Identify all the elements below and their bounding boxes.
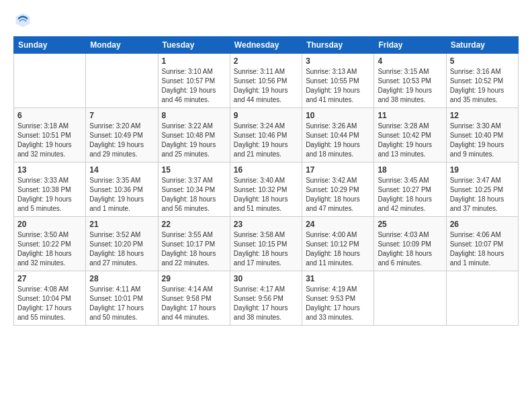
day-info: Sunrise: 3:22 AMSunset: 10:48 PMDaylight… (162, 122, 226, 159)
weekday-header-cell: Tuesday (158, 37, 230, 54)
day-number: 3 (306, 56, 370, 66)
calendar-table: SundayMondayTuesdayWednesdayThursdayFrid… (13, 36, 519, 326)
day-number: 8 (162, 111, 226, 120)
calendar-day-cell: 8Sunrise: 3:22 AMSunset: 10:48 PMDayligh… (158, 108, 230, 163)
calendar-day-cell: 25Sunrise: 4:03 AMSunset: 10:09 PMDaylig… (374, 217, 446, 271)
calendar-day-cell: 18Sunrise: 3:45 AMSunset: 10:27 PMDaylig… (374, 163, 446, 217)
day-number: 30 (234, 274, 298, 283)
day-info: Sunrise: 3:37 AMSunset: 10:34 PMDaylight… (162, 176, 226, 214)
calendar-day-cell: 27Sunrise: 4:08 AMSunset: 10:04 PMDaylig… (14, 271, 86, 326)
day-number: 15 (162, 165, 226, 175)
day-info: Sunrise: 3:47 AMSunset: 10:25 PMDaylight… (450, 176, 515, 214)
day-number: 22 (162, 220, 226, 229)
weekday-header-cell: Sunday (14, 37, 86, 54)
day-info: Sunrise: 3:15 AMSunset: 10:53 PMDaylight… (378, 67, 442, 105)
calendar-day-cell (446, 271, 518, 326)
calendar-day-cell: 12Sunrise: 3:30 AMSunset: 10:40 PMDaylig… (446, 108, 518, 163)
day-info: Sunrise: 3:58 AMSunset: 10:15 PMDaylight… (234, 230, 298, 268)
day-number: 1 (162, 56, 226, 66)
day-number: 10 (306, 111, 370, 120)
day-info: Sunrise: 3:18 AMSunset: 10:51 PMDaylight… (17, 122, 82, 159)
calendar-day-cell: 10Sunrise: 3:26 AMSunset: 10:44 PMDaylig… (302, 108, 374, 163)
calendar-day-cell: 9Sunrise: 3:24 AMSunset: 10:46 PMDayligh… (230, 108, 302, 163)
calendar-day-cell: 1Sunrise: 3:10 AMSunset: 10:57 PMDayligh… (158, 54, 230, 108)
day-info: Sunrise: 3:13 AMSunset: 10:55 PMDaylight… (306, 67, 370, 105)
day-number: 14 (89, 165, 154, 175)
day-info: Sunrise: 4:00 AMSunset: 10:12 PMDaylight… (306, 230, 370, 268)
weekday-header-cell: Thursday (302, 37, 374, 54)
calendar-week-row: 1Sunrise: 3:10 AMSunset: 10:57 PMDayligh… (14, 54, 519, 108)
calendar-week-row: 27Sunrise: 4:08 AMSunset: 10:04 PMDaylig… (14, 271, 519, 326)
day-info: Sunrise: 3:30 AMSunset: 10:40 PMDaylight… (450, 122, 515, 159)
page: SundayMondayTuesdayWednesdayThursdayFrid… (0, 0, 532, 411)
calendar-week-row: 6Sunrise: 3:18 AMSunset: 10:51 PMDayligh… (14, 108, 519, 163)
day-info: Sunrise: 3:28 AMSunset: 10:42 PMDaylight… (378, 122, 442, 159)
calendar-week-row: 20Sunrise: 3:50 AMSunset: 10:22 PMDaylig… (14, 217, 519, 271)
day-info: Sunrise: 4:06 AMSunset: 10:07 PMDaylight… (450, 230, 515, 268)
day-number: 4 (378, 56, 442, 66)
weekday-header-cell: Wednesday (230, 37, 302, 54)
day-number: 13 (17, 165, 82, 175)
day-number: 19 (450, 165, 515, 175)
day-number: 6 (17, 111, 82, 120)
day-number: 18 (378, 165, 442, 175)
day-info: Sunrise: 3:42 AMSunset: 10:29 PMDaylight… (306, 176, 370, 214)
calendar-day-cell: 21Sunrise: 3:52 AMSunset: 10:20 PMDaylig… (86, 217, 158, 271)
day-info: Sunrise: 3:24 AMSunset: 10:46 PMDaylight… (234, 122, 298, 159)
day-info: Sunrise: 3:33 AMSunset: 10:38 PMDaylight… (17, 176, 82, 214)
calendar-day-cell: 17Sunrise: 3:42 AMSunset: 10:29 PMDaylig… (302, 163, 374, 217)
calendar-day-cell: 29Sunrise: 4:14 AMSunset: 9:58 PMDayligh… (158, 271, 230, 326)
calendar-day-cell: 5Sunrise: 3:16 AMSunset: 10:52 PMDayligh… (446, 54, 518, 108)
calendar-day-cell: 30Sunrise: 4:17 AMSunset: 9:56 PMDayligh… (230, 271, 302, 326)
day-info: Sunrise: 3:55 AMSunset: 10:17 PMDaylight… (162, 230, 226, 268)
calendar-day-cell: 3Sunrise: 3:13 AMSunset: 10:55 PMDayligh… (302, 54, 374, 108)
calendar-day-cell: 22Sunrise: 3:55 AMSunset: 10:17 PMDaylig… (158, 217, 230, 271)
calendar-day-cell: 14Sunrise: 3:35 AMSunset: 10:36 PMDaylig… (86, 163, 158, 217)
weekday-header-cell: Monday (86, 37, 158, 54)
day-number: 9 (234, 111, 298, 120)
calendar-day-cell: 24Sunrise: 4:00 AMSunset: 10:12 PMDaylig… (302, 217, 374, 271)
calendar-day-cell (14, 54, 86, 108)
calendar-day-cell: 26Sunrise: 4:06 AMSunset: 10:07 PMDaylig… (446, 217, 518, 271)
day-info: Sunrise: 4:17 AMSunset: 9:56 PMDaylight:… (234, 285, 298, 322)
calendar-day-cell: 19Sunrise: 3:47 AMSunset: 10:25 PMDaylig… (446, 163, 518, 217)
day-number: 7 (89, 111, 154, 120)
weekday-header-row: SundayMondayTuesdayWednesdayThursdayFrid… (14, 37, 519, 54)
day-info: Sunrise: 4:08 AMSunset: 10:04 PMDaylight… (17, 285, 82, 322)
day-number: 27 (17, 274, 82, 283)
day-number: 11 (378, 111, 442, 120)
logo-icon (13, 11, 32, 30)
day-info: Sunrise: 3:40 AMSunset: 10:32 PMDaylight… (234, 176, 298, 214)
day-number: 29 (162, 274, 226, 283)
day-info: Sunrise: 4:03 AMSunset: 10:09 PMDaylight… (378, 230, 442, 268)
day-info: Sunrise: 3:20 AMSunset: 10:49 PMDaylight… (89, 122, 154, 159)
day-number: 25 (378, 220, 442, 229)
calendar-day-cell: 6Sunrise: 3:18 AMSunset: 10:51 PMDayligh… (14, 108, 86, 163)
day-info: Sunrise: 3:35 AMSunset: 10:36 PMDaylight… (89, 176, 154, 214)
day-info: Sunrise: 3:50 AMSunset: 10:22 PMDaylight… (17, 230, 82, 268)
day-number: 5 (450, 56, 515, 66)
day-number: 21 (89, 220, 154, 229)
day-info: Sunrise: 4:14 AMSunset: 9:58 PMDaylight:… (162, 285, 226, 322)
calendar-day-cell: 7Sunrise: 3:20 AMSunset: 10:49 PMDayligh… (86, 108, 158, 163)
calendar-day-cell: 20Sunrise: 3:50 AMSunset: 10:22 PMDaylig… (14, 217, 86, 271)
day-number: 20 (17, 220, 82, 229)
calendar-day-cell: 11Sunrise: 3:28 AMSunset: 10:42 PMDaylig… (374, 108, 446, 163)
calendar-day-cell: 15Sunrise: 3:37 AMSunset: 10:34 PMDaylig… (158, 163, 230, 217)
calendar-day-cell: 28Sunrise: 4:11 AMSunset: 10:01 PMDaylig… (86, 271, 158, 326)
weekday-header-cell: Friday (374, 37, 446, 54)
day-info: Sunrise: 3:10 AMSunset: 10:57 PMDaylight… (162, 67, 226, 105)
day-info: Sunrise: 3:26 AMSunset: 10:44 PMDaylight… (306, 122, 370, 159)
day-info: Sunrise: 4:11 AMSunset: 10:01 PMDaylight… (89, 285, 154, 322)
day-number: 28 (89, 274, 154, 283)
calendar-day-cell: 16Sunrise: 3:40 AMSunset: 10:32 PMDaylig… (230, 163, 302, 217)
calendar-day-cell: 2Sunrise: 3:11 AMSunset: 10:56 PMDayligh… (230, 54, 302, 108)
weekday-header-cell: Saturday (446, 37, 518, 54)
day-info: Sunrise: 3:11 AMSunset: 10:56 PMDaylight… (234, 67, 298, 105)
day-number: 2 (234, 56, 298, 66)
day-number: 23 (234, 220, 298, 229)
day-info: Sunrise: 3:52 AMSunset: 10:20 PMDaylight… (89, 230, 154, 268)
day-info: Sunrise: 3:16 AMSunset: 10:52 PMDaylight… (450, 67, 515, 105)
day-number: 31 (306, 274, 370, 283)
calendar-week-row: 13Sunrise: 3:33 AMSunset: 10:38 PMDaylig… (14, 163, 519, 217)
